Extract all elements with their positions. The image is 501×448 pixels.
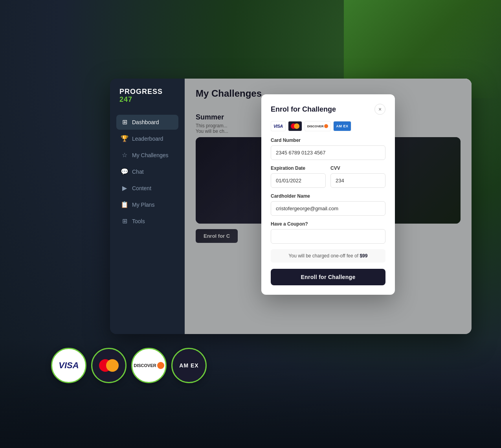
coupon-group: Have a Coupon? xyxy=(271,221,385,244)
tools-icon: ⊞ xyxy=(121,218,128,225)
coupon-label: Have a Coupon? xyxy=(271,221,385,227)
sidebar-item-my-plans[interactable]: 📋 My Plans xyxy=(116,197,178,212)
sidebar-item-leaderboard[interactable]: 🏆 Leaderboard xyxy=(116,131,178,146)
chat-icon: 💬 xyxy=(121,168,128,175)
cvv-label: CVV xyxy=(330,165,385,171)
logo-line2: 247 xyxy=(119,95,132,103)
coupon-input[interactable] xyxy=(271,229,385,244)
discover-icon: DISCOVER xyxy=(305,121,331,131)
cardholder-group: Cardholder Name xyxy=(271,193,385,216)
sidebar-item-content[interactable]: ▶ Content xyxy=(116,181,178,196)
sidebar-label-tools: Tools xyxy=(132,218,145,224)
sidebar-item-dashboard[interactable]: ⊞ Dashboard xyxy=(116,115,178,130)
logo-text: PROGRESS 247 xyxy=(119,88,175,104)
cvv-input[interactable] xyxy=(330,173,385,188)
exp-cvv-row: Expiration Date CVV xyxy=(271,165,385,188)
sidebar-label-my-plans: My Plans xyxy=(132,202,155,208)
card-number-input[interactable] xyxy=(271,145,385,160)
cvv-group: CVV xyxy=(330,165,385,188)
card-number-group: Card Number xyxy=(271,138,385,160)
charge-amount: $99 xyxy=(360,253,367,259)
leaderboard-icon: 🏆 xyxy=(121,135,128,142)
enroll-modal-button[interactable]: Enroll for Challenge xyxy=(271,269,385,285)
sidebar-item-my-challenges[interactable]: ☆ My Challenges xyxy=(116,148,178,163)
expiration-group: Expiration Date xyxy=(271,165,326,188)
app-container: PROGRESS 247 ⊞ Dashboard 🏆 Leaderboard ☆… xyxy=(110,79,472,334)
bottom-discover-circle: DISCOVER xyxy=(131,348,167,383)
cardholder-input[interactable] xyxy=(271,201,385,216)
sidebar-label-leaderboard: Leaderboard xyxy=(132,136,163,142)
logo-line1: PROGRESS xyxy=(119,88,163,95)
my-challenges-icon: ☆ xyxy=(121,152,128,159)
modal-title: Enrol for Challenge xyxy=(271,105,336,114)
sidebar-label-chat: Chat xyxy=(132,169,144,175)
card-number-label: Card Number xyxy=(271,138,385,143)
amex-icon: AM EX xyxy=(333,121,351,131)
logo: PROGRESS 247 xyxy=(116,88,178,104)
bottom-card-circles: VISA DISCOVER AM EX xyxy=(51,348,207,383)
modal-header: Enrol for Challenge × xyxy=(271,104,385,115)
sidebar-item-chat[interactable]: 💬 Chat xyxy=(116,164,178,179)
my-plans-icon: 📋 xyxy=(121,201,128,208)
cardholder-label: Cardholder Name xyxy=(271,193,385,199)
sidebar: PROGRESS 247 ⊞ Dashboard 🏆 Leaderboard ☆… xyxy=(110,79,185,334)
main-content: My Challenges Summer This program... You… xyxy=(185,79,472,334)
content-icon: ▶ xyxy=(121,185,128,192)
bottom-amex-circle: AM EX xyxy=(171,348,207,383)
modal-overlay: Enrol for Challenge × VISA xyxy=(185,79,472,334)
modal-close-button[interactable]: × xyxy=(374,104,385,115)
expiration-label: Expiration Date xyxy=(271,165,326,171)
sidebar-label-dashboard: Dashboard xyxy=(132,119,159,125)
sidebar-label-content: Content xyxy=(132,185,151,191)
expiration-input[interactable] xyxy=(271,173,326,188)
dashboard-icon: ⊞ xyxy=(121,119,128,126)
mastercard-icon xyxy=(288,121,302,131)
card-type-icons: VISA DISCOVER AM EX xyxy=(271,121,385,131)
bottom-visa-circle: VISA xyxy=(51,348,86,383)
charge-notice: You will be charged one-off fee of $99 xyxy=(271,249,385,263)
bottom-mc-circle xyxy=(91,348,127,383)
sidebar-item-tools[interactable]: ⊞ Tools xyxy=(116,214,178,229)
enroll-modal: Enrol for Challenge × VISA xyxy=(261,94,395,295)
sidebar-label-my-challenges: My Challenges xyxy=(132,152,169,158)
visa-icon: VISA xyxy=(271,121,286,131)
